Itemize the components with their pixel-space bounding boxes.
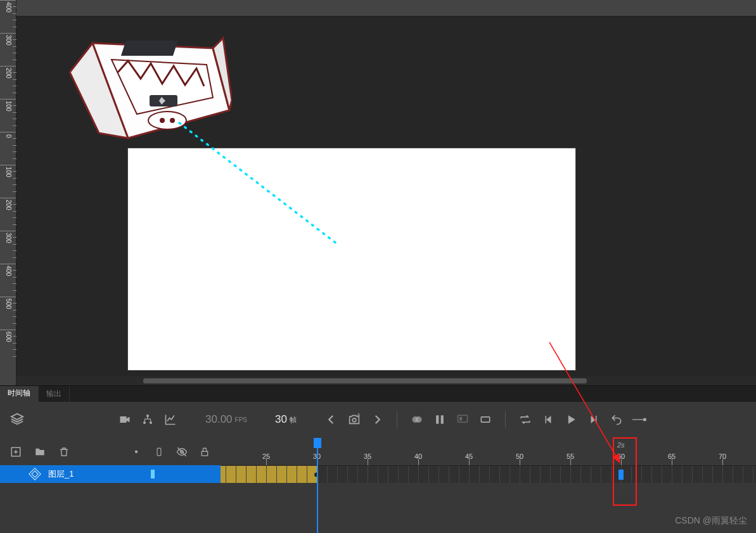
annotation-box	[613, 437, 637, 506]
svg-rect-25	[157, 448, 161, 456]
tab-timeline[interactable]: 时间轴	[0, 386, 39, 402]
dot-icon[interactable]: •	[129, 445, 143, 459]
layer-controls: •	[0, 437, 221, 465]
layer-row[interactable]: 图层_1	[0, 465, 221, 483]
step-back-icon[interactable]	[541, 413, 555, 427]
app: 4003002001000100200300400500600 时间轴	[0, 0, 756, 533]
ruler-top	[16, 0, 756, 16]
svg-rect-21	[481, 417, 489, 422]
stage[interactable]	[16, 16, 756, 376]
frame-display[interactable]: 30帧	[275, 413, 297, 426]
svg-rect-20	[459, 417, 462, 421]
svg-rect-18	[441, 415, 444, 423]
keyframe-diamond-icon[interactable]	[29, 468, 41, 480]
svg-point-23	[643, 418, 646, 421]
track-end-icon[interactable]	[632, 413, 646, 427]
svg-point-7	[170, 118, 175, 123]
timeline-panel: 30.00FPS 30帧 A	[0, 402, 756, 533]
watermark: CSDN @雨翼轻尘	[675, 515, 747, 527]
tab-output[interactable]: 输出	[39, 386, 70, 402]
undo-icon[interactable]	[610, 413, 624, 427]
svg-rect-28	[202, 451, 207, 456]
camera-plus-icon[interactable]: A	[347, 413, 361, 427]
trash-icon[interactable]	[57, 445, 71, 459]
mask-icon[interactable]	[410, 413, 424, 427]
screen-icon[interactable]	[456, 413, 470, 427]
chart-icon[interactable]	[163, 413, 177, 427]
h-scrollbar[interactable]	[16, 376, 756, 385]
svg-text:A: A	[357, 413, 361, 418]
ruler-left: 4003002001000100200300400500600	[0, 0, 16, 385]
eye-off-icon[interactable]	[175, 445, 189, 459]
phone-icon[interactable]	[152, 445, 166, 459]
layer-keyframe-marker[interactable]	[151, 470, 155, 478]
plus-square-icon[interactable]	[9, 445, 23, 459]
layer-list: • 图层_1	[0, 437, 221, 533]
crop-icon[interactable]	[478, 413, 492, 427]
hierarchy-icon[interactable]	[141, 413, 155, 427]
panel-tabs: 时间轴 输出	[0, 385, 756, 402]
svg-rect-19	[458, 415, 467, 422]
chevron-right-icon[interactable]	[370, 413, 384, 427]
svg-rect-8	[121, 41, 178, 56]
chevron-left-icon[interactable]	[324, 413, 338, 427]
track-row[interactable]	[221, 465, 756, 483]
svg-point-10	[146, 414, 149, 417]
svg-point-16	[415, 416, 421, 423]
step-forward-icon[interactable]	[587, 413, 601, 427]
lock-icon[interactable]	[198, 445, 212, 459]
svg-point-12	[150, 421, 152, 424]
camera-icon[interactable]	[118, 413, 132, 427]
folder-icon[interactable]	[33, 445, 47, 459]
play-icon[interactable]	[564, 413, 578, 427]
layer-name: 图层_1	[48, 468, 74, 480]
svg-point-6	[160, 118, 165, 123]
svg-point-13	[352, 418, 356, 422]
composition-canvas[interactable]	[128, 148, 575, 370]
fps-display[interactable]: 30.00FPS	[205, 413, 247, 426]
clip[interactable]	[221, 466, 317, 483]
layers-icon[interactable]	[10, 413, 24, 427]
svg-point-5	[148, 112, 186, 129]
timeline-toolbar: 30.00FPS 30帧 A	[0, 402, 756, 437]
time-ruler[interactable]: 25303540455055602s6570	[221, 437, 756, 465]
layer-3d-object[interactable]	[67, 34, 232, 147]
canvas-area: 4003002001000100200300400500600	[0, 0, 756, 385]
svg-rect-17	[436, 415, 439, 423]
columns-icon[interactable]	[433, 413, 447, 427]
loop-icon[interactable]	[518, 413, 532, 427]
svg-point-11	[143, 421, 146, 424]
